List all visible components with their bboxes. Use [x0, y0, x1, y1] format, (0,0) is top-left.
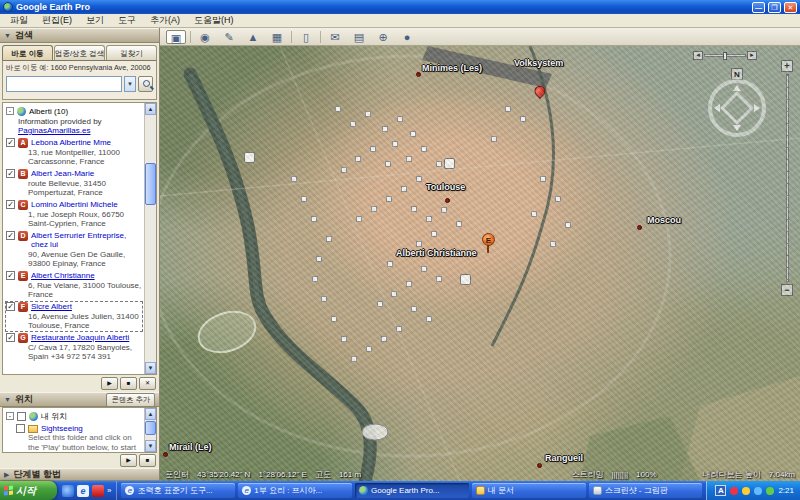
poi-square-icon[interactable] — [416, 241, 422, 247]
result-item[interactable]: ✓BAlbert Jean-Marieroute Bellevue, 31450… — [6, 169, 142, 198]
app-shortcut-icon[interactable] — [92, 485, 104, 497]
poi-square-icon[interactable] — [540, 176, 546, 182]
sightseeing-folder-label[interactable]: Sightseeing — [41, 424, 83, 434]
zoom-track[interactable] — [786, 74, 789, 282]
result-title[interactable]: Lomino Albertini Michele — [31, 200, 118, 210]
placemark-dot-icon[interactable] — [537, 463, 542, 468]
poi-square-icon[interactable] — [401, 186, 407, 192]
placemark-label[interactable]: Toulouse — [426, 182, 465, 192]
stop-tour-button[interactable]: ■ — [139, 454, 156, 467]
tilt-knob[interactable] — [723, 52, 727, 60]
poi-square-icon[interactable] — [341, 167, 347, 173]
close-button[interactable]: ✕ — [784, 2, 797, 13]
poi-square-icon[interactable] — [392, 141, 398, 147]
poi-square-icon[interactable] — [341, 336, 347, 342]
poi-square-icon[interactable] — [565, 222, 571, 228]
places-panel-header[interactable]: ▼ 위치 콘텐츠 추가 — [0, 392, 159, 407]
add-content-button[interactable]: 콘텐츠 추가 — [106, 393, 155, 407]
pan-left-icon[interactable] — [714, 104, 720, 112]
start-button[interactable]: 시작 — [0, 481, 57, 500]
poi-building-icon[interactable] — [244, 152, 255, 163]
task-button[interactable]: e1부 요리 : 프시아... — [238, 483, 352, 498]
poi-square-icon[interactable] — [351, 356, 357, 362]
menu-item-3[interactable]: 도구 — [112, 13, 142, 28]
poi-square-icon[interactable] — [505, 106, 511, 112]
result-item[interactable]: ✓CLomino Albertini Michele1, rue Joseph … — [6, 200, 142, 229]
poi-square-icon[interactable] — [441, 207, 447, 213]
placemark-dot-icon[interactable] — [637, 225, 642, 230]
zoom-slider[interactable]: + − — [781, 60, 794, 296]
media-player-icon[interactable] — [62, 485, 74, 497]
poi-square-icon[interactable] — [312, 276, 318, 282]
quick-launch-overflow-icon[interactable]: » — [107, 486, 111, 495]
placemark-label[interactable]: Moscou — [647, 215, 681, 225]
print-icon[interactable]: ▤ — [349, 30, 369, 44]
menu-item-5[interactable]: 도움말(H) — [188, 13, 240, 28]
map-viewport[interactable]: Minimes (Les)VolksystemToulouseEAlberti … — [160, 46, 800, 481]
poi-square-icon[interactable] — [311, 216, 317, 222]
tab-1[interactable]: 업종/상호 검색 — [54, 45, 105, 60]
clear-results-button[interactable]: ✕ — [139, 377, 156, 390]
placemark-label[interactable]: Mirail (Le) — [169, 442, 212, 452]
menu-item-0[interactable]: 파일 — [4, 13, 34, 28]
result-item[interactable]: ✓FSicre Albert16, Avenue Jules Julien, 3… — [6, 302, 142, 331]
my-places-label[interactable]: 내 위치 — [41, 412, 67, 422]
ime-indicator[interactable]: A — [715, 485, 726, 496]
scroll-down-icon[interactable]: ▼ — [145, 362, 156, 374]
poi-square-icon[interactable] — [421, 146, 427, 152]
poi-square-icon[interactable] — [555, 196, 561, 202]
placemark-label[interactable]: Rangueil — [545, 453, 583, 463]
poi-square-icon[interactable] — [350, 121, 356, 127]
placemark-label[interactable]: Volksystem — [514, 58, 563, 68]
scrollbar-thumb[interactable] — [145, 421, 156, 435]
maximize-button[interactable]: ❐ — [768, 2, 781, 13]
view-in-google-maps-icon[interactable]: ⊕ — [373, 30, 393, 44]
pan-right-icon[interactable] — [754, 104, 760, 112]
compass-rose[interactable] — [708, 79, 766, 137]
poi-square-icon[interactable] — [387, 261, 393, 267]
task-button[interactable]: e조력호 표준기 도구... — [121, 483, 235, 498]
poi-square-icon[interactable] — [321, 296, 327, 302]
poi-building-icon[interactable] — [460, 274, 471, 285]
add-placemark-icon[interactable]: ◉ — [195, 30, 215, 44]
poi-square-icon[interactable] — [316, 256, 322, 262]
internet-explorer-icon[interactable]: e — [77, 485, 89, 497]
placemark-paddle-icon[interactable]: E — [482, 233, 495, 253]
tray-icon-blue[interactable] — [754, 487, 762, 495]
zoom-out-button[interactable]: − — [781, 284, 793, 296]
search-panel-header[interactable]: ▼ 검색 — [0, 28, 159, 43]
poi-square-icon[interactable] — [385, 161, 391, 167]
poi-square-icon[interactable] — [416, 176, 422, 182]
poi-square-icon[interactable] — [410, 131, 416, 137]
pan-up-icon[interactable] — [733, 85, 741, 91]
play-tour-button[interactable]: ▶ — [120, 454, 137, 467]
poi-square-icon[interactable] — [335, 106, 341, 112]
task-button[interactable]: 스크린샷 - 그림판 — [589, 483, 703, 498]
sky-icon[interactable]: ● — [397, 30, 417, 44]
tab-0[interactable]: 바로 이동 — [2, 45, 53, 60]
poi-square-icon[interactable] — [386, 196, 392, 202]
play-tour-button[interactable]: ▶ — [101, 377, 118, 390]
menu-item-4[interactable]: 추가(A) — [144, 13, 186, 28]
poi-square-icon[interactable] — [391, 291, 397, 297]
tilt-right-icon[interactable]: ► — [747, 51, 757, 60]
poi-square-icon[interactable] — [326, 236, 332, 242]
placemark-label[interactable]: Minimes (Les) — [422, 63, 482, 73]
email-icon[interactable]: ✉ — [325, 30, 345, 44]
results-scrollbar[interactable]: ▲ ▼ — [144, 103, 156, 374]
placemark-dot-icon[interactable] — [163, 452, 168, 457]
result-checkbox[interactable]: ✓ — [6, 138, 15, 147]
collapse-toggle-icon[interactable]: - — [6, 412, 14, 420]
placemark-dot-icon[interactable] — [416, 72, 421, 77]
result-title[interactable]: Albert Christianne — [31, 271, 95, 281]
my-places-checkbox[interactable] — [17, 412, 26, 421]
result-title[interactable]: Restaurante Joaquin Alberti — [31, 333, 129, 343]
menu-item-1[interactable]: 편집(E) — [36, 13, 78, 28]
poi-square-icon[interactable] — [456, 221, 462, 227]
result-checkbox[interactable]: ✓ — [6, 231, 15, 240]
menu-item-2[interactable]: 보기 — [80, 13, 110, 28]
result-item[interactable]: ✓EAlbert Christianne6, Rue Velane, 31000… — [6, 271, 142, 300]
poi-square-icon[interactable] — [436, 276, 442, 282]
poi-square-icon[interactable] — [531, 211, 537, 217]
task-button[interactable]: Google Earth Pro... — [355, 483, 469, 498]
